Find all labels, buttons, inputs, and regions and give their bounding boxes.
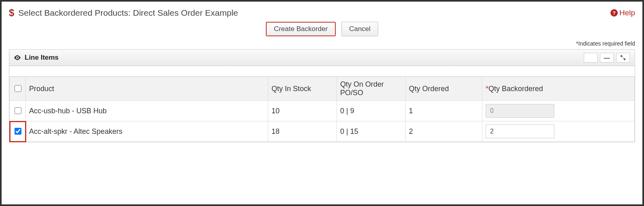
panel-expand-button[interactable] — [616, 53, 630, 62]
dollar-icon: $ — [9, 7, 14, 19]
line-items-panel: Line Items — Product Qty In St — [9, 49, 635, 142]
row-checkbox-cell — [10, 101, 26, 121]
panel-toolbar-strip — [9, 66, 635, 77]
table-header-row: Product Qty In Stock Qty On Order PO/SO … — [10, 77, 635, 101]
line-items-table: Product Qty In Stock Qty On Order PO/SO … — [9, 77, 635, 142]
qty-backordered-input[interactable] — [486, 125, 554, 138]
cell-qty-on-order: 0 | 15 — [337, 121, 406, 142]
table-row: Acc-usb-hub - USB Hub100 | 91 — [10, 101, 635, 121]
cancel-button[interactable]: Cancel — [341, 22, 378, 36]
cell-qty-ordered: 1 — [406, 101, 482, 121]
help-link[interactable]: ? Help — [610, 8, 635, 17]
header-checkbox-cell — [10, 77, 26, 101]
cell-product: Acc-usb-hub - USB Hub — [26, 101, 268, 121]
required-star-icon: * — [486, 85, 488, 93]
panel-header: Line Items — — [9, 50, 635, 66]
create-backorder-button[interactable]: Create Backorder — [266, 22, 336, 36]
cell-qty-backordered — [482, 121, 635, 142]
row-checkbox[interactable] — [15, 107, 21, 114]
panel-collapse-button[interactable]: — — [600, 53, 614, 62]
header-qty-on-order: Qty On Order PO/SO — [337, 77, 406, 101]
help-label: Help — [619, 8, 635, 17]
title-wrap: $ Select Backordered Products: Direct Sa… — [9, 7, 238, 19]
page-title: Select Backordered Products: Direct Sale… — [18, 8, 238, 18]
cell-qty-backordered — [482, 101, 635, 121]
header-product: Product — [26, 77, 268, 101]
cell-qty-ordered: 2 — [406, 121, 482, 142]
action-row: Create Backorder Cancel — [9, 22, 635, 36]
table-row: Acc-alt-spkr - Altec Speakers180 | 152 — [10, 121, 635, 142]
page-header: $ Select Backordered Products: Direct Sa… — [9, 7, 635, 19]
page-container: $ Select Backordered Products: Direct Sa… — [0, 0, 644, 206]
help-icon: ? — [610, 9, 618, 17]
header-qty-ordered: Qty Ordered — [406, 77, 482, 101]
required-field-note: *Indicates required field — [9, 40, 635, 47]
header-qty-backordered: *Qty Backordered — [482, 77, 635, 101]
panel-blank-button[interactable] — [584, 53, 598, 62]
row-checkbox-cell — [10, 121, 26, 142]
cell-qty-on-order: 0 | 9 — [337, 101, 406, 121]
cell-product: Acc-alt-spkr - Altec Speakers — [26, 121, 268, 142]
qty-backordered-label: Qty Backordered — [488, 85, 543, 93]
svg-point-0 — [17, 57, 18, 58]
qty-backordered-input — [486, 104, 554, 118]
cell-qty-in-stock: 10 — [268, 101, 337, 121]
panel-actions: — — [581, 53, 630, 62]
row-checkbox[interactable] — [15, 128, 21, 135]
select-all-checkbox[interactable] — [15, 85, 21, 92]
panel-title: Line Items — [25, 54, 59, 62]
cell-qty-in-stock: 18 — [268, 121, 337, 142]
eye-icon — [14, 54, 21, 61]
header-qty-in-stock: Qty In Stock — [268, 77, 337, 101]
